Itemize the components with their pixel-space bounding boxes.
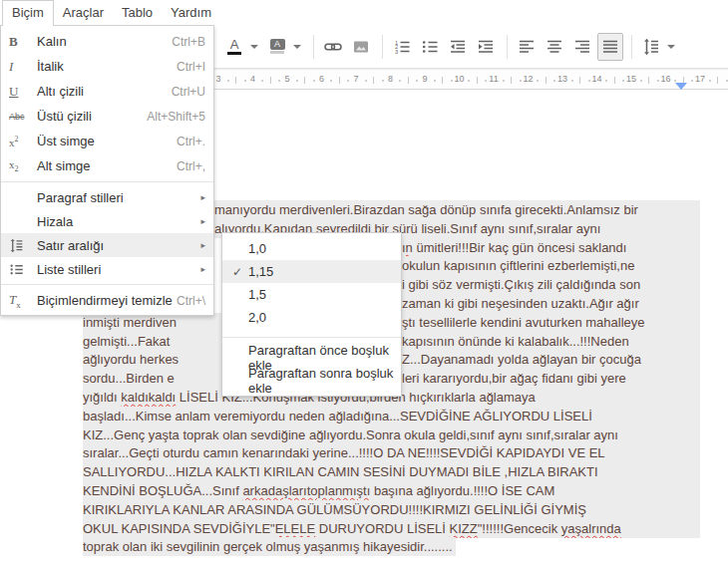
ruler-number: 8: [388, 74, 393, 84]
menubar-item-araclar[interactable]: Araçlar: [54, 0, 113, 25]
menubar-item-yardim[interactable]: Yardım: [162, 0, 220, 25]
document-line-segment[interactable]: gelmişti...Fakat: [83, 332, 221, 351]
document-line-segment[interactable]: ağlıyordu herkes: [83, 350, 221, 369]
menubar-item-tablo[interactable]: Tablo: [113, 0, 162, 25]
document-line-segment[interactable]: zaman ki gibi neşesinden uzaktı.Ağır ağı…: [402, 294, 700, 313]
justify-icon: [601, 38, 619, 56]
align-left-icon: [518, 38, 536, 56]
text-color-button[interactable]: A: [221, 33, 247, 61]
highlight-color-button[interactable]: A: [264, 33, 290, 61]
highlight-color-dropdown-caret[interactable]: [293, 45, 301, 49]
menubar: BiçimAraçlarTabloYardım: [0, 0, 728, 25]
menu-item-alti-cizili[interactable]: UAltı çiziliCtrl+U: [1, 79, 213, 104]
document-line-segment[interactable]: manıyordu merdivenleri.Birazdan sağa dön…: [214, 200, 700, 219]
ruler-number: 5: [284, 74, 289, 84]
align-left-button[interactable]: [514, 33, 540, 61]
menu-item-alt-simge[interactable]: x2Alt simgeCtrl+,: [1, 153, 213, 178]
menu-item-satir-araligi[interactable]: Satır aralığı▸: [1, 233, 213, 257]
document-line-segment[interactable]: i gibi söz vermişti.Çıkış zili çaldığınd…: [402, 275, 700, 294]
underline-icon: U: [9, 84, 18, 100]
document-line-segment[interactable]: ın ümitleri!!!Bir kaç gün öncesi sakland…: [402, 238, 700, 257]
document-line-segment[interactable]: başladı...Kimse anlam veremiyordu neden …: [83, 407, 700, 425]
document-line-segment[interactable]: kapısının önünde ki kalabalık...!!!Neden: [402, 332, 700, 351]
line-spacing-submenu: 1,0✓1,151,52,0Paragraftan önce boşluk ek…: [221, 232, 402, 397]
ruler-tick: [520, 80, 522, 82]
insert-image-button[interactable]: [348, 33, 374, 61]
decrease-indent-icon: [449, 38, 467, 56]
document-line-segment[interactable]: Z...Dayanamadı yolda ağlayan bir çocuğa: [402, 350, 700, 369]
ruler-tick: [648, 77, 649, 84]
submenu-item-1-0[interactable]: 1,0: [222, 237, 401, 260]
menu-item-shortcut: Alt+Shift+5: [147, 110, 205, 124]
menu-item-kalin[interactable]: BKalınCtrl+B: [1, 29, 213, 54]
menu-item-shortcut: Ctrl+.: [177, 135, 205, 148]
ruler-tick: [313, 80, 315, 82]
ruler-tick: [416, 80, 418, 82]
document-line-segment[interactable]: SALLIYORDU...HIZLA KALKTI KIRILAN CAMIN …: [83, 462, 700, 481]
menu-item-ustu-cizili[interactable]: AbcÜstü çiziliAlt+Shift+5: [1, 104, 213, 129]
line-spacing-dropdown-caret[interactable]: [667, 45, 675, 49]
document-line-segment[interactable]: OKUL KAPISINDA SEVDİĞİYLE"ELELE DURUYORD…: [83, 519, 700, 538]
line-spacing-button[interactable]: [638, 33, 664, 61]
ruler-tick: [553, 80, 555, 82]
document-line-segment[interactable]: sordu...Birden e: [83, 369, 221, 388]
bulleted-list-button[interactable]: [417, 33, 443, 61]
submenu-item-1-15[interactable]: ✓1,15: [222, 260, 401, 283]
menu-item-shortcut: Ctrl+I: [177, 60, 205, 74]
submenu-item-2-0[interactable]: 2,0: [222, 306, 401, 329]
menu-item-hizala[interactable]: Hizala▸: [1, 209, 213, 233]
ruler-tick: [477, 77, 478, 84]
ruler-tick: [365, 80, 367, 82]
menu-item-label: İtalik: [37, 59, 177, 74]
submenu-item-label: Paragraftan sonra boşluk ekle: [248, 366, 401, 396]
menubar-item-bicim[interactable]: Biçim: [2, 0, 54, 26]
document-line-segment[interactable]: okulun kapısının çiftlerini ezberlemişti…: [402, 256, 700, 275]
submenu-arrow-icon: ▸: [200, 216, 205, 226]
right-indent-marker[interactable]: [675, 83, 687, 90]
increase-indent-button[interactable]: [473, 33, 499, 61]
svg-text:3: 3: [395, 48, 398, 54]
document-line-segment[interactable]: toprak olan iki sevgilinin gerçek olmuş …: [83, 537, 456, 556]
menu-item-ust-simge[interactable]: x2Üst simgeCtrl+.: [1, 129, 213, 153]
align-center-button[interactable]: [542, 33, 567, 61]
document-line-segment[interactable]: KIZ...Genç yaşta toprak olan sevdiğine a…: [83, 425, 700, 444]
numbered-list-button[interactable]: 123: [389, 33, 415, 61]
ruler-number: 4: [250, 74, 255, 84]
ruler-tick: [244, 80, 246, 82]
document-line-segment[interactable]: KIRIKLARIYLA KANLAR ARASINDA GÜLÜMSÜYORD…: [83, 500, 700, 519]
strikethrough-icon: Abc: [9, 112, 25, 122]
justify-button[interactable]: [597, 33, 623, 61]
ruler-tick: [235, 77, 236, 84]
toolbar-separator: [382, 35, 383, 59]
ruler-tick: [657, 80, 659, 82]
submenu-item-1-5[interactable]: 1,5: [222, 283, 401, 306]
ruler-tick: [511, 77, 512, 84]
ruler-number: 10: [454, 74, 464, 84]
ruler-tick: [709, 80, 711, 82]
menu-item-bicimlendirmeyi-temizle[interactable]: TxBiçimlendirmeyi temizleCtrl+\: [1, 288, 213, 313]
document-line-segment[interactable]: sıralar...Geçti oturdu camın kenarındaki…: [83, 443, 700, 462]
document-line-segment[interactable]: leri kararıyordu,bir ağaç fidanı gibi ye…: [402, 369, 700, 388]
ruler-tick: [485, 80, 487, 82]
submenu-item-label: 1,15: [248, 264, 273, 279]
menu-item-label: Biçimlendirmeyi temizle: [37, 293, 177, 308]
ruler-tick: [382, 80, 384, 82]
menu-separator: [1, 181, 213, 182]
submenu-item-sonra-bosluk[interactable]: Paragraftan sonra boşluk ekle: [222, 369, 401, 392]
align-center-icon: [546, 38, 563, 56]
menu-item-liste-stilleri[interactable]: Liste stilleri▸: [1, 257, 213, 281]
document-line-segment[interactable]: ştı tesellilerle kendini avuturken mahal…: [402, 313, 700, 332]
image-icon: [352, 38, 370, 56]
align-right-button[interactable]: [569, 33, 595, 61]
insert-link-button[interactable]: [320, 33, 346, 61]
text-color-dropdown-caret[interactable]: [250, 45, 258, 49]
ruler-tick: [588, 80, 590, 82]
ruler-number: 12: [523, 74, 533, 84]
menu-item-paragraf-stilleri[interactable]: Paragraf stilleri▸: [1, 185, 213, 209]
document-line-segment[interactable]: KENDİNİ BOŞLUĞA...Sınıf arkadaşlarıtopla…: [83, 481, 700, 500]
menu-item-italik[interactable]: IİtalikCtrl+I: [1, 54, 213, 79]
decrease-indent-button[interactable]: [445, 33, 471, 61]
ruler-tick: [717, 77, 718, 84]
ruler-tick: [674, 80, 676, 82]
subscript-icon: x2: [9, 158, 19, 173]
